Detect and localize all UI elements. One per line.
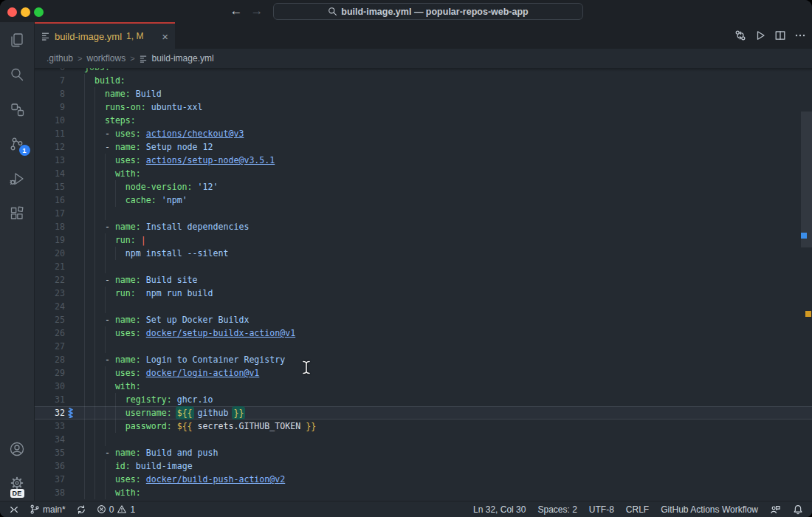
navigate-back-button[interactable]: ←: [227, 2, 245, 20]
code-line-34[interactable]: 34: [35, 433, 812, 446]
code-text: password: ${{ secrets.GITHUB_TOKEN }}: [84, 420, 812, 433]
code-text: node-version: '12': [84, 180, 812, 194]
indent-guide: [105, 207, 106, 220]
code-line-18[interactable]: 18 - name: Install dependencies: [35, 220, 812, 233]
cursor-position[interactable]: Ln 32, Col 30: [473, 504, 526, 515]
code-line-35[interactable]: 35 - name: Build and push: [35, 446, 812, 459]
sync-button[interactable]: [76, 504, 86, 515]
indent-guide: [84, 300, 85, 313]
zoom-window-button[interactable]: [34, 7, 44, 17]
window-title: build-image.yml — popular-repos-web-app: [341, 7, 529, 17]
code-line-8[interactable]: 8 name: Build: [35, 87, 812, 100]
code-line-24[interactable]: 24: [35, 300, 812, 313]
code-line-38[interactable]: 38 with:: [35, 486, 812, 499]
sidebar-item-search[interactable]: [0, 57, 35, 92]
eol-sequence[interactable]: CRLF: [626, 504, 649, 515]
code-line-13[interactable]: 13 uses: actions/setup-node@v3.5.1: [35, 154, 812, 167]
breadcrumb-file[interactable]: build-image.yml: [152, 53, 214, 64]
minimize-window-button[interactable]: [21, 7, 30, 17]
code-line-21[interactable]: 21: [35, 260, 812, 273]
indent-guide: [105, 433, 106, 446]
gutter-modified-indicator: [68, 408, 73, 418]
code-text: with:: [84, 167, 812, 180]
sidebar-item-extensions[interactable]: [0, 196, 35, 230]
branch-indicator[interactable]: main*: [30, 504, 66, 515]
code-text: - name: Set up Docker Buildx: [84, 313, 812, 326]
code-line-36[interactable]: 36 id: build-image: [35, 459, 812, 473]
vscode-window: ← → build-image.yml — popular-repos-web-…: [0, 0, 812, 517]
indent-guide: [105, 287, 106, 300]
notifications-button[interactable]: [793, 504, 803, 515]
accounts-button[interactable]: [0, 431, 35, 466]
indent-guide: [84, 433, 85, 446]
code-line-15[interactable]: 15 node-version: '12': [35, 180, 812, 194]
remote-indicator[interactable]: [9, 504, 19, 515]
code-line-32[interactable]: 32 username: ${{ github }}: [35, 406, 812, 420]
code-line-20[interactable]: 20 npm install --silent: [35, 247, 812, 260]
vertical-scrollbar[interactable]: [801, 112, 812, 247]
indent-guide: [84, 473, 85, 486]
indent-guide: [84, 340, 85, 353]
code-line-14[interactable]: 14 with:: [35, 167, 812, 180]
extensions-icon: [8, 205, 26, 222]
close-window-button[interactable]: [7, 7, 17, 17]
command-center-search[interactable]: build-image.yml — popular-repos-web-app: [273, 3, 583, 20]
code-text: - name: Install dependencies: [84, 220, 812, 233]
tab-build-image-yml[interactable]: build-image.yml 1, M ×: [35, 22, 175, 49]
sidebar-item-source-control[interactable]: 1: [0, 126, 35, 161]
code-line-23[interactable]: 23 run: npm run build: [35, 287, 812, 300]
code-line-31[interactable]: 31 registry: ghcr.io: [35, 393, 812, 406]
breadcrumb-subfolder[interactable]: workflows: [86, 53, 125, 64]
code-line-10[interactable]: 10 steps:: [35, 114, 812, 127]
code-line-19[interactable]: 19 run: |: [35, 233, 812, 247]
indent-guide: [94, 87, 95, 100]
code-line-37[interactable]: 37 uses: docker/build-push-action@v2: [35, 473, 812, 486]
line-number: 10: [35, 114, 65, 127]
code-line-33[interactable]: 33 password: ${{ secrets.GITHUB_TOKEN }}: [35, 420, 812, 433]
code-line-26[interactable]: 26 uses: docker/setup-buildx-action@v1: [35, 326, 812, 340]
language-mode[interactable]: GitHub Actions Workflow: [661, 504, 758, 515]
line-number: 31: [35, 393, 65, 406]
open-changes-icon[interactable]: [734, 30, 746, 41]
split-editor-icon[interactable]: [774, 30, 786, 41]
line-number: 24: [35, 300, 65, 313]
tab-bar: build-image.yml 1, M ×: [35, 22, 812, 49]
code-line-9[interactable]: 9 runs-on: ubuntu-xxl: [35, 100, 812, 114]
more-actions-icon[interactable]: [794, 30, 806, 41]
problems-indicator[interactable]: 0 1: [97, 504, 135, 515]
sidebar-item-run-debug[interactable]: [0, 161, 35, 196]
code-line-22[interactable]: 22 - name: Build site: [35, 273, 812, 287]
code-line-11[interactable]: 11 - uses: actions/checkout@v3: [35, 127, 812, 140]
code-line-29[interactable]: 29 uses: docker/login-action@v1: [35, 366, 812, 380]
code-text: id: build-image: [84, 459, 812, 473]
search-icon: [328, 7, 337, 16]
git-branch-icon: [30, 504, 40, 515]
line-number: 32: [35, 406, 65, 420]
sync-icon: [76, 504, 86, 515]
feedback-button[interactable]: [770, 504, 781, 515]
encoding[interactable]: UTF-8: [589, 504, 614, 515]
line-number: 35: [35, 446, 65, 459]
code-line-30[interactable]: 30 with:: [35, 380, 812, 393]
breadcrumb-folder[interactable]: .github: [47, 53, 73, 64]
account-icon: [8, 440, 26, 458]
close-tab-icon[interactable]: ×: [162, 31, 168, 42]
settings-button[interactable]: DE: [0, 466, 35, 501]
code-line-28[interactable]: 28 - name: Login to Container Registry: [35, 353, 812, 366]
status-bar-right: Ln 32, Col 30 Spaces: 2 UTF-8 CRLF GitHu…: [473, 504, 803, 515]
code-line-6[interactable]: 6jobs:: [35, 68, 812, 74]
code-editor[interactable]: 6jobs:7 build:8 name: Build9 runs-on: ub…: [35, 68, 812, 501]
sidebar-item-explorer[interactable]: [0, 22, 35, 57]
code-line-27[interactable]: 27: [35, 340, 812, 353]
sidebar-item-hierarchy[interactable]: [0, 92, 35, 126]
code-line-12[interactable]: 12 - name: Setup node 12: [35, 140, 812, 154]
code-line-16[interactable]: 16 cache: 'npm': [35, 194, 812, 207]
code-line-7[interactable]: 7 build:: [35, 74, 812, 87]
indentation[interactable]: Spaces: 2: [537, 504, 577, 515]
run-workflow-icon[interactable]: [754, 30, 766, 41]
code-line-17[interactable]: 17: [35, 207, 812, 220]
code-line-25[interactable]: 25 - name: Set up Docker Buildx: [35, 313, 812, 326]
indent-guide: [94, 100, 95, 114]
indent-guide: [105, 194, 106, 207]
navigate-forward-button[interactable]: →: [248, 2, 266, 20]
